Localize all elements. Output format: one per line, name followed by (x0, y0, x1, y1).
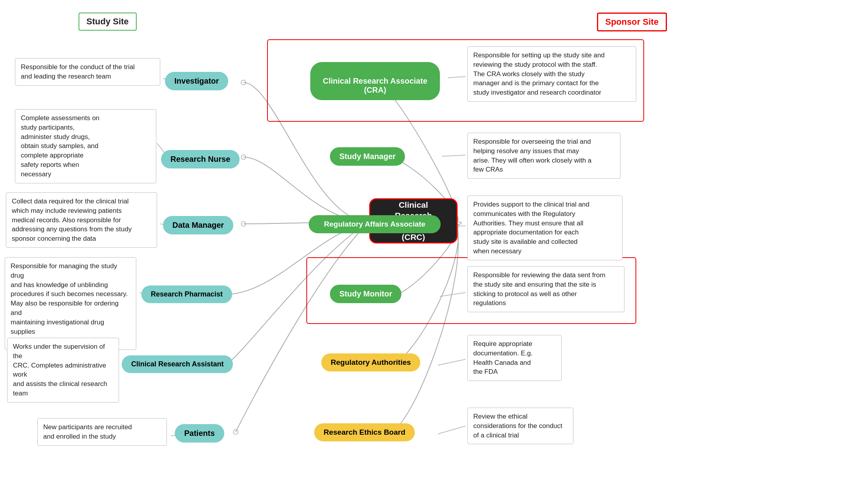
svg-point-0 (241, 80, 246, 85)
cra-role: Clinical Research Associate (CRA) (310, 62, 440, 100)
patients-role: Patients (175, 424, 224, 443)
clinical-research-assistant-desc: Works under the supervision of the CRC. … (7, 338, 119, 403)
svg-line-23 (438, 426, 465, 434)
research-ethics-desc: Review the ethical considerations for th… (467, 408, 573, 444)
study-monitor-role: Study Monitor (330, 285, 401, 303)
diagram: Study Site Sponsor Site Clinical Researc… (0, 0, 868, 494)
research-pharmacist-role: Research Pharmacist (141, 285, 232, 303)
clinical-research-assistant-role: Clinical Research Assistant (122, 355, 233, 373)
regulatory-authorities-desc: Require appropriate documentation. E.g. … (467, 335, 562, 381)
study-manager-role: Study Manager (330, 147, 405, 166)
svg-point-1 (241, 155, 246, 159)
svg-point-5 (233, 430, 238, 434)
svg-point-2 (241, 221, 246, 226)
sponsor-site-label: Sponsor Site (597, 13, 667, 31)
study-site-label: Study Site (79, 13, 137, 31)
research-nurse-desc: Complete assessments on study participan… (15, 109, 156, 183)
regulatory-affairs-desc: Provides support to the clinical trial a… (467, 196, 623, 260)
regulatory-authorities-role: Regulatory Authorities (321, 353, 420, 371)
data-manager-desc: Collect data required for the clinical t… (6, 192, 157, 248)
patients-desc: New participants are recruited and enrol… (37, 418, 167, 446)
regulatory-affairs-role: Regulatory Affairs Associate (309, 215, 441, 233)
cra-desc: Responsible for setting up the study sit… (467, 46, 636, 102)
research-ethics-role: Research Ethics Board (314, 423, 415, 441)
study-manager-desc: Responsible for overseeing the trial and… (467, 133, 621, 179)
svg-line-19 (442, 155, 465, 156)
research-pharmacist-desc: Responsible for managing the study drug … (5, 257, 136, 350)
investigator-desc: Responsible for the conduct of the trial… (15, 58, 160, 86)
study-monitor-desc: Responsible for reviewing the data sent … (467, 266, 624, 312)
investigator-role: Investigator (165, 72, 228, 90)
svg-line-22 (438, 359, 465, 365)
research-nurse-role: Research Nurse (161, 150, 240, 168)
data-manager-role: Data Manager (163, 216, 233, 234)
